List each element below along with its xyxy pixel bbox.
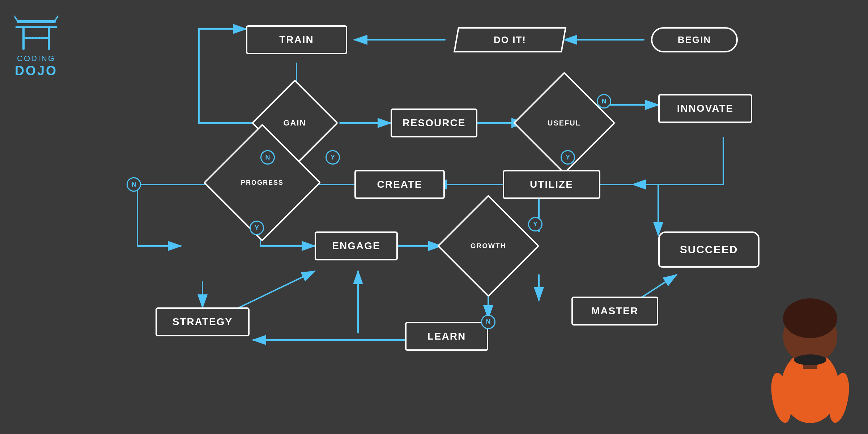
node-strategy: STRATEGY: [156, 307, 250, 336]
svg-line-4: [14, 16, 18, 22]
arrows-layer: [0, 0, 868, 434]
node-train: TRAIN: [246, 25, 347, 54]
node-master: MASTER: [571, 297, 658, 326]
logo-dojo: DOJO: [14, 63, 58, 78]
label-progress-n: N: [127, 177, 141, 192]
node-do-it: DO IT!: [456, 27, 564, 52]
label-growth-y: Y: [528, 217, 542, 231]
node-succeed: SUCCEED: [658, 231, 760, 268]
node-useful: USEFUL: [528, 87, 600, 159]
person-figure: [752, 282, 868, 434]
svg-point-29: [794, 354, 826, 365]
label-growth-n: N: [481, 315, 495, 329]
node-learn: LEARN: [405, 322, 488, 351]
logo-coding: CODING: [14, 54, 58, 63]
label-useful-n: N: [597, 94, 611, 109]
label-gain-y: Y: [326, 150, 340, 165]
node-create: CREATE: [354, 170, 445, 199]
svg-line-5: [54, 16, 58, 22]
logo-icon: [14, 14, 58, 51]
node-resource: RESOURCE: [391, 109, 477, 137]
label-gain-n: N: [260, 150, 275, 165]
label-progress-y: Y: [250, 221, 264, 235]
logo: CODING DOJO: [14, 14, 58, 78]
main-canvas: CODING DOJO: [0, 0, 868, 434]
node-engage: ENGAGE: [315, 231, 398, 260]
node-innovate: INNOVATE: [658, 94, 752, 123]
node-utilize: UTILIZE: [503, 170, 600, 199]
node-growth: GROWTH: [452, 210, 524, 282]
svg-point-27: [783, 298, 837, 338]
label-useful-y: Y: [561, 150, 575, 165]
node-begin: BEGIN: [651, 27, 738, 52]
